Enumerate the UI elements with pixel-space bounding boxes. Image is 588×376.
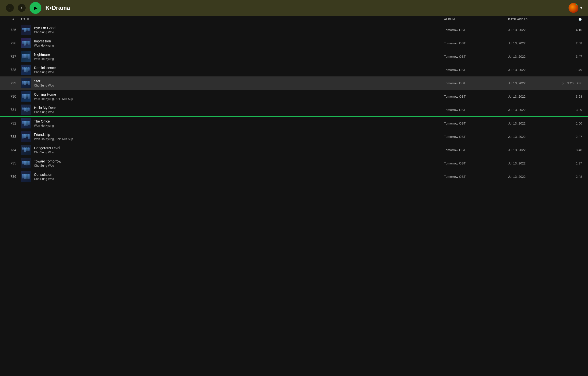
- track-number: 736: [6, 175, 21, 179]
- track-duration: ♡ 3:20 •••: [562, 81, 582, 86]
- table-row[interactable]: 731 Hello My Dear Cho Sung Woo Tomorrow …: [0, 103, 588, 117]
- track-duration: 3:29: [562, 108, 582, 112]
- track-duration: 2:47: [562, 135, 582, 139]
- track-title: Coming Home: [34, 92, 73, 96]
- table-row[interactable]: 729 Star Cho Sung Woo Tomorrow OST Jul 1…: [0, 76, 588, 90]
- track-artist: Cho Sung Woo: [34, 84, 54, 87]
- track-thumbnail: [21, 131, 31, 142]
- duration-value: 4:10: [576, 28, 582, 32]
- track-album: Tomorrow OST: [444, 108, 508, 112]
- track-title-area: Friendship Won Ho Kyung, Shin Min Sup: [34, 133, 73, 141]
- track-thumbnail: [21, 38, 31, 48]
- track-title-area: Star Cho Sung Woo: [34, 79, 54, 87]
- more-options-icon[interactable]: •••: [576, 81, 582, 85]
- track-date-added: Jul 13, 2022: [508, 41, 562, 45]
- track-album: Tomorrow OST: [444, 148, 508, 152]
- track-title-area: Dangerous Level Cho Sung Woo: [34, 146, 60, 154]
- track-date-added: Jul 13, 2022: [508, 175, 562, 179]
- track-date-added: Jul 13, 2022: [508, 148, 562, 152]
- track-thumbnail: [21, 65, 31, 75]
- track-date-added: Jul 13, 2022: [508, 95, 562, 98]
- track-info: Toward Tomorrow Cho Sung Woo: [21, 158, 444, 168]
- table-row[interactable]: 726 Impression Won Ho Kyung Tomorrow OST…: [0, 36, 588, 50]
- duration-value: 3:47: [576, 55, 582, 58]
- duration-value: 3:29: [576, 108, 582, 112]
- heart-icon[interactable]: ♡: [561, 81, 564, 86]
- table-row[interactable]: 735 Toward Tomorrow Cho Sung Woo Tomorro…: [0, 157, 588, 170]
- track-info: Nightmare Won Ho Kyung: [21, 51, 444, 62]
- track-thumbnail: [21, 25, 31, 35]
- track-title-area: Impression Won Ho Kyung: [34, 39, 54, 47]
- table-row[interactable]: 725 Bye For Good Cho Sung Woo Tomorrow O…: [0, 23, 588, 36]
- chevron-down-icon[interactable]: ▾: [580, 6, 582, 10]
- table-row[interactable]: 733 Friendship Won Ho Kyung, Shin Min Su…: [0, 130, 588, 143]
- track-number: 730: [6, 94, 21, 98]
- track-info: Dangerous Level Cho Sung Woo: [21, 145, 444, 155]
- col-header-duration: 🕐: [562, 18, 582, 21]
- track-info: The Office Won Ho Kyung: [21, 118, 444, 128]
- track-number: 735: [6, 161, 21, 165]
- track-title: Nightmare: [34, 53, 54, 56]
- online-indicator: [576, 3, 578, 5]
- track-date-added: Jul 13, 2022: [508, 81, 562, 85]
- track-title: Toward Tomorrow: [34, 159, 61, 163]
- track-artist: Cho Sung Woo: [34, 177, 54, 181]
- track-title: Reminiscence: [34, 66, 56, 70]
- track-info: Bye For Good Cho Sung Woo: [21, 25, 444, 35]
- track-info: Hello My Dear Cho Sung Woo: [21, 105, 444, 115]
- table-row[interactable]: 736 Consolation Cho Sung Woo Tomorrow OS…: [0, 170, 588, 183]
- track-info: Reminiscence Cho Sung Woo: [21, 65, 444, 75]
- table-row[interactable]: 727 Nightmare Won Ho Kyung Tomorrow OST …: [0, 50, 588, 63]
- track-thumbnail: [21, 105, 31, 115]
- track-thumbnail: [21, 118, 31, 128]
- track-info: Consolation Cho Sung Woo: [21, 171, 444, 182]
- track-number: 734: [6, 148, 21, 152]
- col-header-num: #: [6, 18, 21, 21]
- user-area: ▾: [569, 3, 582, 13]
- track-artist: Won Ho Kyung, Shin Min Sup: [34, 97, 73, 101]
- back-button[interactable]: ‹: [6, 4, 14, 12]
- track-date-added: Jul 13, 2022: [508, 28, 562, 32]
- table-row[interactable]: 732 The Office Won Ho Kyung Tomorrow OST…: [0, 117, 588, 130]
- track-title: Star: [34, 79, 54, 83]
- play-button[interactable]: ▶: [30, 2, 41, 14]
- table-row[interactable]: 734 Dangerous Level Cho Sung Woo Tomorro…: [0, 143, 588, 157]
- track-album: Tomorrow OST: [444, 28, 508, 32]
- track-artist: Cho Sung Woo: [34, 71, 56, 74]
- track-number: 725: [6, 28, 21, 32]
- track-duration: 1:00: [562, 122, 582, 125]
- duration-value: 1:37: [576, 161, 582, 165]
- track-thumbnail: [21, 145, 31, 155]
- track-album: Tomorrow OST: [444, 161, 508, 165]
- track-artist: Cho Sung Woo: [34, 110, 56, 114]
- duration-value: 2:47: [576, 135, 582, 139]
- track-date-added: Jul 13, 2022: [508, 122, 562, 125]
- top-navigation: ‹ › ▶ K•Drama ▾: [0, 0, 588, 16]
- track-date-added: Jul 13, 2022: [508, 161, 562, 165]
- duration-value: 3:58: [576, 95, 582, 98]
- col-header-title: TITLE: [21, 18, 444, 21]
- forward-button[interactable]: ›: [18, 4, 26, 12]
- duration-value: 2:08: [576, 41, 582, 45]
- avatar[interactable]: [569, 3, 578, 13]
- track-number: 728: [6, 68, 21, 72]
- track-title-area: Coming Home Won Ho Kyung, Shin Min Sup: [34, 92, 73, 101]
- track-number: 726: [6, 41, 21, 45]
- track-date-added: Jul 13, 2022: [508, 68, 562, 72]
- table-row[interactable]: 730 Coming Home Won Ho Kyung, Shin Min S…: [0, 90, 588, 103]
- track-duration: 3:47: [562, 55, 582, 58]
- track-info: Friendship Won Ho Kyung, Shin Min Sup: [21, 131, 444, 142]
- track-title-area: Reminiscence Cho Sung Woo: [34, 66, 56, 74]
- track-artist: Won Ho Kyung: [34, 44, 54, 47]
- track-artist: Won Ho Kyung, Shin Min Sup: [34, 137, 73, 141]
- track-album: Tomorrow OST: [444, 41, 508, 45]
- track-thumbnail: [21, 171, 31, 182]
- track-number: 727: [6, 54, 21, 58]
- track-album: Tomorrow OST: [444, 95, 508, 98]
- track-title: Friendship: [34, 133, 73, 137]
- track-title: Consolation: [34, 173, 54, 177]
- track-thumbnail: [21, 158, 31, 168]
- track-duration: 3:58: [562, 95, 582, 98]
- track-artist: Won Ho Kyung: [34, 57, 54, 61]
- table-row[interactable]: 728 Reminiscence Cho Sung Woo Tomorrow O…: [0, 63, 588, 76]
